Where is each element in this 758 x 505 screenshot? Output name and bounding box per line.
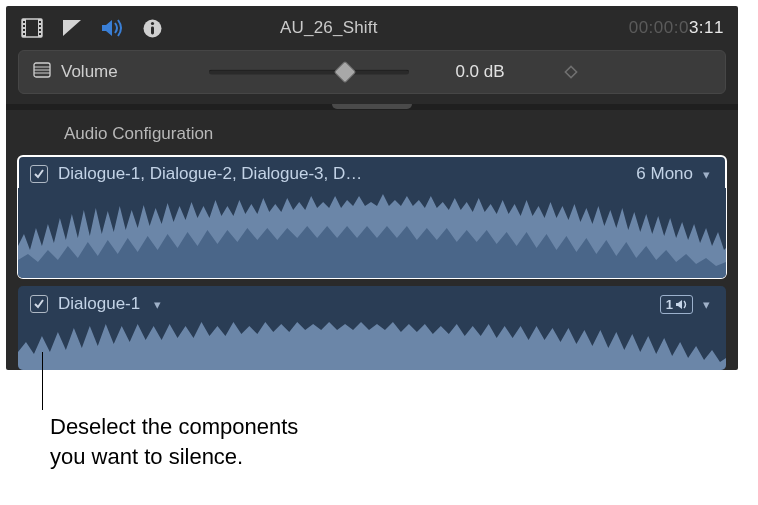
channel-badge[interactable]: 1 xyxy=(660,295,693,314)
svg-rect-10 xyxy=(39,33,41,35)
waveform-display xyxy=(18,188,726,278)
volume-meter-icon[interactable] xyxy=(33,62,51,83)
svg-rect-7 xyxy=(39,21,41,23)
timecode-display: 00:00:03:11 xyxy=(629,18,724,38)
info-icon[interactable] xyxy=(140,16,164,40)
callout-text: Deselect the components you want to sile… xyxy=(50,412,298,471)
chevron-down-icon: ▾ xyxy=(699,167,714,182)
volume-label: Volume xyxy=(61,62,118,82)
svg-rect-4 xyxy=(23,25,25,27)
volume-row: Volume 0.0 dB xyxy=(18,50,726,94)
callout-leader-line xyxy=(42,352,43,410)
volume-value: 0.0 dB xyxy=(425,62,535,82)
svg-rect-3 xyxy=(23,21,25,23)
chevron-down-icon[interactable]: ▾ xyxy=(699,297,714,312)
audio-component-lane[interactable]: Dialogue-1, Dialogue-2, Dialogue-3, D… 6… xyxy=(18,156,726,278)
svg-point-12 xyxy=(150,21,153,24)
component-enable-checkbox[interactable] xyxy=(30,165,48,183)
svg-rect-6 xyxy=(23,33,25,35)
color-wedge-icon[interactable] xyxy=(60,16,84,40)
filmstrip-icon[interactable] xyxy=(20,16,44,40)
volume-slider[interactable] xyxy=(209,61,409,83)
svg-rect-9 xyxy=(39,29,41,31)
svg-rect-8 xyxy=(39,25,41,27)
clip-title: AU_26_Shift xyxy=(280,18,378,38)
speaker-icon[interactable] xyxy=(100,16,124,40)
component-enable-checkbox[interactable] xyxy=(30,295,48,313)
audio-component-lane[interactable]: Dialogue-1 ▾ 1 ▾ xyxy=(18,286,726,370)
channel-config-dropdown[interactable]: 6 Mono ▾ xyxy=(636,164,714,184)
waveform-display xyxy=(18,318,726,370)
chevron-down-icon[interactable]: ▾ xyxy=(150,297,165,312)
component-name: Dialogue-1 xyxy=(58,294,140,314)
keyframe-diamond-icon[interactable] xyxy=(551,65,591,79)
component-name: Dialogue-1, Dialogue-2, Dialogue-3, D… xyxy=(58,164,362,184)
volume-slider-thumb[interactable] xyxy=(334,61,357,84)
svg-rect-5 xyxy=(23,29,25,31)
svg-rect-13 xyxy=(151,26,154,34)
section-header-audio-config: Audio Configuration xyxy=(6,110,738,156)
svg-rect-18 xyxy=(565,66,576,77)
